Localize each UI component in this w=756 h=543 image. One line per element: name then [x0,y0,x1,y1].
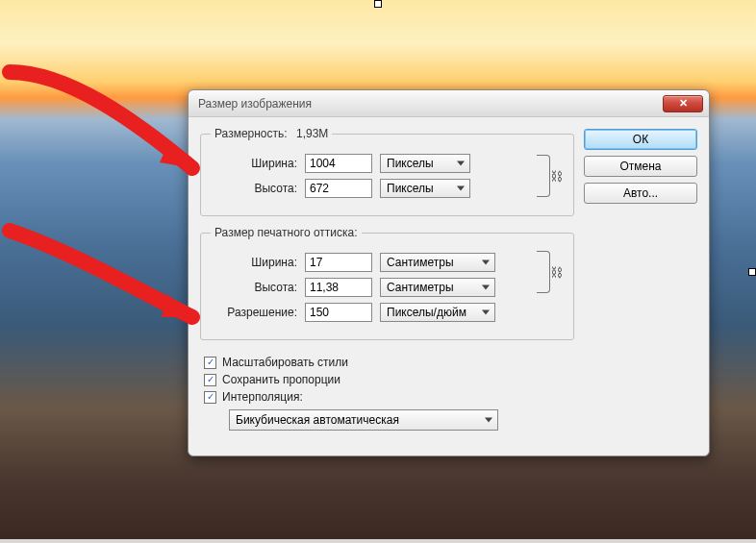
crop-handle-right[interactable] [748,268,756,276]
px-height-label: Высота: [211,182,297,195]
constrain-proportions-label: Сохранить пропорции [222,373,340,386]
canvas-bottom-edge [0,539,756,543]
resolution-unit-select[interactable]: Пикселы/дюйм [380,303,495,322]
px-width-label: Ширина: [211,157,297,170]
pixel-dim-legend: Размерность: 1,93M [211,127,332,140]
dialog-titlebar[interactable]: Размер изображения ✕ [189,90,709,117]
interpolation-checkbox[interactable]: ✓ [204,391,216,404]
auto-button[interactable]: Авто... [584,183,697,204]
print-height-unit-select[interactable]: Сантиметры [380,278,495,297]
close-icon: ✕ [679,97,688,110]
px-width-unit-select[interactable]: Пикселы [380,154,470,173]
image-size-dialog: Размер изображения ✕ Размерность: 1,93M … [188,89,710,457]
crop-handle-top[interactable] [374,0,382,8]
chain-link-icon[interactable]: ⛓ [548,167,564,185]
print-width-unit-select[interactable]: Сантиметры [380,253,495,272]
ok-button[interactable]: ОК [584,129,697,150]
print-width-input[interactable] [305,253,372,272]
chain-link-icon[interactable]: ⛓ [548,263,564,281]
dialog-title: Размер изображения [198,97,663,111]
cancel-button[interactable]: Отмена [584,156,697,177]
print-height-label: Высота: [211,281,297,294]
scale-styles-label: Масштабировать стили [222,356,348,369]
px-height-input[interactable] [305,179,372,198]
interpolation-label: Интерполяция: [222,390,303,404]
print-height-input[interactable] [305,278,372,297]
pixel-dimensions-group: Размерность: 1,93M Ширина: Пикселы [200,127,574,216]
px-width-input[interactable] [305,154,372,173]
print-width-label: Ширина: [211,256,297,269]
print-dim-legend: Размер печатного оттиска: [211,226,362,239]
print-dimensions-group: Размер печатного оттиска: Ширина: Сантим… [200,226,574,340]
constrain-proportions-checkbox[interactable]: ✓ [204,374,216,386]
px-height-unit-select[interactable]: Пикселы [380,179,470,198]
resolution-label: Разрешение: [211,306,297,319]
interpolation-method-select[interactable]: Бикубическая автоматическая [229,409,498,431]
scale-styles-checkbox[interactable]: ✓ [204,357,216,369]
pixel-dim-size: 1,93M [296,127,328,140]
resolution-input[interactable] [305,303,372,322]
close-button[interactable]: ✕ [663,95,703,112]
